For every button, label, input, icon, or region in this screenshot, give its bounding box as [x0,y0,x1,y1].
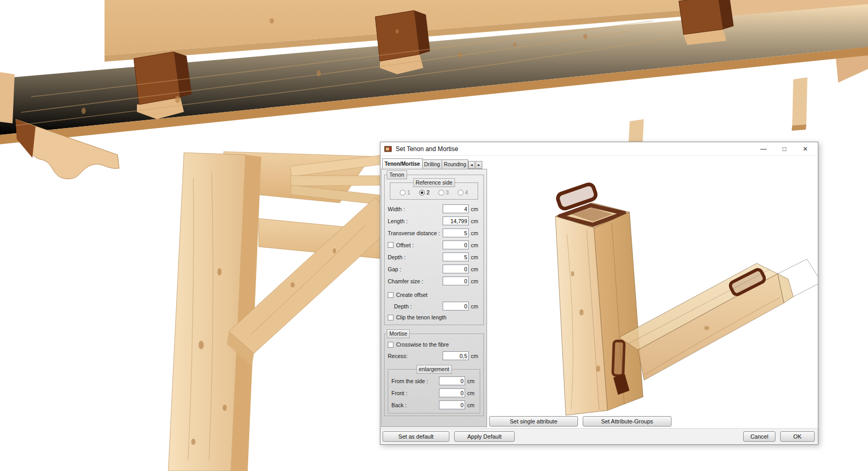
depth-label: Depth : [388,254,443,260]
from-side-label: From the side : [391,378,439,384]
offset-depth-unit: cm [471,303,480,309]
tab-drilling[interactable]: Drilling [422,159,443,169]
set-as-default-button[interactable]: Set as default [383,431,449,442]
depth-input[interactable] [443,252,469,261]
width-unit: cm [471,206,480,212]
reference-radio-3[interactable]: 3 [438,189,449,196]
minimize-icon[interactable]: — [753,143,774,155]
set-tenon-mortise-dialog: Set Tenon and Mortise — □ ✕ Tenon/Mortis… [380,142,818,445]
back-unit: cm [467,402,477,408]
radio-label: 2 [426,189,430,196]
dialog-titlebar[interactable]: Set Tenon and Mortise — □ ✕ [380,142,818,156]
reference-side-label: Reference side [413,178,455,187]
dialog-icon [384,145,392,153]
clip-tenon-length-row: Clip the tenon length [388,312,480,323]
transverse-distance-label: Transverse distance : [388,230,443,236]
reference-side-group: Reference side 1 2 [390,182,478,200]
settings-column: Tenon/Mortise Drilling Rounding ◄ ► Teno… [380,156,488,428]
radio-icon [458,190,464,196]
from-side-row: From the side : cm [391,375,477,387]
width-label: Width : [388,206,443,212]
preview-3d-scene [488,156,818,429]
reference-radio-2[interactable]: 2 [419,189,430,196]
front-unit: cm [467,390,477,396]
enlargement-group: enlargement From the side : cm Front : c… [388,369,480,413]
radio-icon [438,190,444,196]
ok-button[interactable]: OK [780,431,815,442]
close-icon[interactable]: ✕ [795,143,816,155]
offset-depth-row: Depth : cm [388,300,480,312]
cancel-button[interactable]: Cancel [743,431,776,442]
gap-row: Gap : cm [388,263,480,275]
tenon-group: Tenon Reference side 1 2 [384,175,484,325]
tenon-group-label: Tenon [387,170,407,179]
maximize-icon[interactable]: □ [774,143,795,155]
tab-page-tenon-mortise: Tenon Reference side 1 2 [381,169,487,427]
preview-3d-viewport[interactable]: Set single attribute Set Attribute-Group… [488,156,818,428]
dialog-bottom-bar: Set as default Apply Default Cancel OK [380,428,818,444]
offset-depth-label: Depth : [388,303,443,309]
length-unit: cm [471,218,480,224]
depth-row: Depth : cm [388,251,480,263]
tab-strip: Tenon/Mortise Drilling Rounding ◄ ► [380,156,488,169]
transverse-distance-input[interactable] [443,228,469,237]
create-offset-label: Create offset [396,292,427,298]
transverse-distance-row: Transverse distance : cm [388,227,480,239]
from-side-input[interactable] [439,376,465,385]
radio-icon [419,190,425,196]
offset-input[interactable] [443,240,469,249]
tab-scroll-right-icon[interactable]: ► [476,161,482,169]
back-input[interactable] [439,400,465,409]
dialog-title: Set Tenon and Mortise [396,145,458,153]
front-label: Front : [391,390,439,396]
chamfer-size-label: Chamfer size : [388,278,443,284]
tab-rounding[interactable]: Rounding [442,159,468,169]
radio-icon [400,190,406,196]
back-row: Back : cm [391,399,477,411]
length-input[interactable] [443,216,469,225]
width-row: Width : cm [388,203,480,215]
reference-radio-1[interactable]: 1 [400,189,410,196]
transverse-distance-unit: cm [471,230,480,236]
chamfer-size-input[interactable] [443,277,469,285]
tab-tenon-mortise[interactable]: Tenon/Mortise [382,158,423,169]
chamfer-size-unit: cm [471,278,480,284]
mortise-group: Mortise Crosswise to the fibre Recess: c… [384,334,484,416]
front-input[interactable] [439,388,465,397]
clip-tenon-length-checkbox[interactable] [388,315,394,320]
recess-label: Recess: [388,353,443,359]
clip-tenon-length-label: Clip the tenon length [396,314,446,320]
depth-unit: cm [471,254,480,260]
recess-row: Recess: cm [388,350,480,362]
set-attribute-groups-button[interactable]: Set Attribute-Groups [583,416,672,427]
offset-depth-input[interactable] [443,302,469,311]
tab-scroll-left-icon[interactable]: ◄ [468,161,475,169]
radio-label: 1 [407,189,410,196]
gap-unit: cm [471,266,480,272]
apply-default-button[interactable]: Apply Default [454,431,515,442]
offset-checkbox[interactable] [388,242,394,248]
gap-input[interactable] [443,265,469,273]
width-input[interactable] [443,204,469,213]
enlargement-group-label: enlargement [416,365,452,374]
window-controls: — □ ✕ [753,143,816,155]
attribute-buttons: Set single attribute Set Attribute-Group… [489,416,672,427]
length-row: Length : cm [388,215,480,227]
length-label: Length : [388,218,443,224]
offset-unit: cm [471,242,480,248]
mortise-group-label: Mortise [387,329,410,338]
front-row: Front : cm [391,387,477,399]
reference-radio-4[interactable]: 4 [458,189,468,196]
offset-row: Offset : cm [388,239,480,251]
recess-input[interactable] [443,351,469,360]
set-single-attribute-button[interactable]: Set single attribute [489,416,578,427]
back-label: Back : [391,402,439,408]
create-offset-checkbox[interactable] [388,292,394,298]
crosswise-checkbox[interactable] [388,342,394,348]
crosswise-row: Crosswise to the fibre [388,339,480,350]
gap-label: Gap : [388,266,443,272]
radio-label: 3 [446,189,449,196]
from-side-unit: cm [467,378,477,384]
reference-side-radios: 1 2 3 4 [394,188,474,197]
radio-label: 4 [465,189,468,196]
